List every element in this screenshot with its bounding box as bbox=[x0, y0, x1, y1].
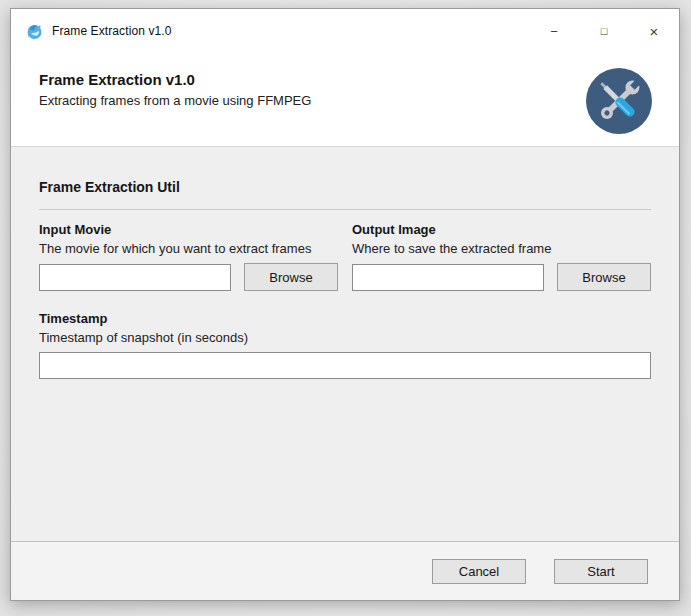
titlebar[interactable]: Frame Extraction v1.0 − □ × bbox=[11, 9, 679, 53]
output-image-description: Where to save the extracted frame bbox=[352, 241, 651, 256]
footer: Cancel Start bbox=[11, 541, 679, 600]
input-movie-field: Input Movie The movie for which you want… bbox=[39, 222, 338, 291]
app-title: Frame Extraction v1.0 bbox=[39, 71, 651, 88]
timestamp-input[interactable] bbox=[39, 352, 651, 379]
input-movie-description: The movie for which you want to extract … bbox=[39, 241, 338, 256]
app-window: Frame Extraction v1.0 − □ × Frame Extrac… bbox=[10, 8, 680, 601]
minimize-icon: − bbox=[550, 24, 558, 39]
app-header: Frame Extraction v1.0 Extracting frames … bbox=[11, 53, 679, 147]
section-divider bbox=[39, 209, 651, 210]
form-area: Frame Extraction Util Input Movie The mo… bbox=[11, 147, 679, 541]
output-image-label: Output Image bbox=[352, 222, 651, 237]
fields-grid: Input Movie The movie for which you want… bbox=[39, 222, 651, 291]
output-image-input[interactable] bbox=[352, 264, 544, 291]
close-button[interactable]: × bbox=[629, 9, 679, 53]
output-image-field: Output Image Where to save the extracted… bbox=[352, 222, 651, 291]
timestamp-label: Timestamp bbox=[39, 311, 651, 326]
cancel-button[interactable]: Cancel bbox=[432, 559, 526, 584]
timestamp-field: Timestamp Timestamp of snapshot (in seco… bbox=[39, 311, 651, 379]
maximize-icon: □ bbox=[601, 25, 608, 37]
minimize-button[interactable]: − bbox=[529, 9, 579, 53]
wrench-screwdriver-icon bbox=[585, 67, 653, 135]
window-title: Frame Extraction v1.0 bbox=[52, 24, 171, 38]
section-title: Frame Extraction Util bbox=[39, 179, 651, 195]
output-image-row: Browse bbox=[352, 263, 651, 291]
input-movie-input[interactable] bbox=[39, 264, 231, 291]
desktop-background: Frame Extraction v1.0 − □ × Frame Extrac… bbox=[0, 0, 691, 616]
input-movie-browse-button[interactable]: Browse bbox=[244, 263, 338, 291]
window-controls: − □ × bbox=[529, 9, 679, 53]
maximize-button[interactable]: □ bbox=[579, 9, 629, 53]
app-subtitle: Extracting frames from a movie using FFM… bbox=[39, 93, 651, 108]
input-movie-row: Browse bbox=[39, 263, 338, 291]
timestamp-description: Timestamp of snapshot (in seconds) bbox=[39, 330, 651, 345]
output-image-browse-button[interactable]: Browse bbox=[557, 263, 651, 291]
input-movie-label: Input Movie bbox=[39, 222, 338, 237]
splash-icon bbox=[26, 23, 43, 40]
start-button[interactable]: Start bbox=[554, 559, 648, 584]
close-icon: × bbox=[650, 23, 659, 40]
